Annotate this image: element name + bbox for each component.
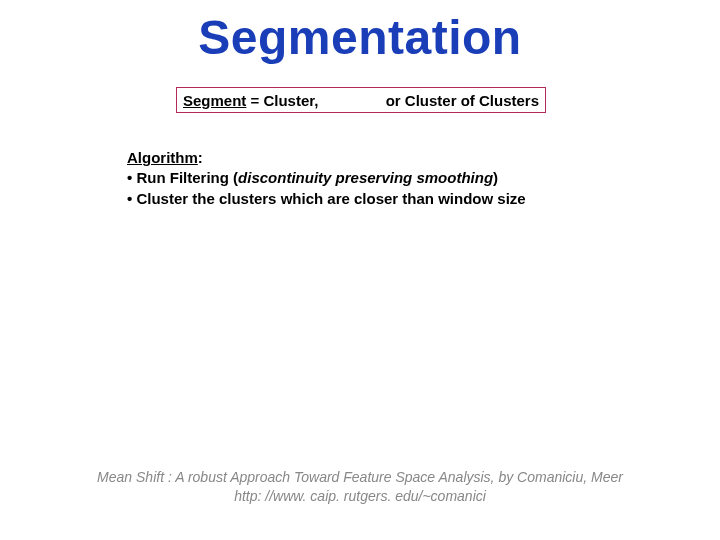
algorithm-heading: Algorithm — [127, 149, 198, 166]
algorithm-colon: : — [198, 149, 203, 166]
slide: Segmentation Segment = Cluster, or Clust… — [0, 0, 720, 540]
definition-left: Segment = Cluster, — [183, 92, 318, 109]
definition-right: or Cluster of Clusters — [386, 92, 539, 109]
bullet1-prefix: • Run Filtering ( — [127, 169, 238, 186]
definition-box: Segment = Cluster, or Cluster of Cluster… — [176, 87, 546, 113]
algorithm-bullet-2: • Cluster the clusters which are closer … — [127, 189, 526, 209]
bullet1-suffix: ) — [493, 169, 498, 186]
citation-line-1: Mean Shift : A robust Approach Toward Fe… — [40, 468, 680, 487]
citation-text: Mean Shift : A robust Approach Toward Fe… — [0, 468, 720, 506]
algorithm-heading-line: Algorithm: — [127, 148, 526, 168]
segment-underlined: Segment — [183, 92, 246, 109]
equals-cluster-text: = Cluster, — [246, 92, 318, 109]
bullet1-italic: discontinuity preserving smoothing — [238, 169, 493, 186]
algorithm-bullet-1: • Run Filtering (discontinuity preservin… — [127, 168, 526, 188]
citation-line-2: http: //www. caip. rutgers. edu/~comanic… — [40, 487, 680, 506]
algorithm-block: Algorithm: • Run Filtering (discontinuit… — [127, 148, 526, 209]
slide-title: Segmentation — [0, 10, 720, 65]
